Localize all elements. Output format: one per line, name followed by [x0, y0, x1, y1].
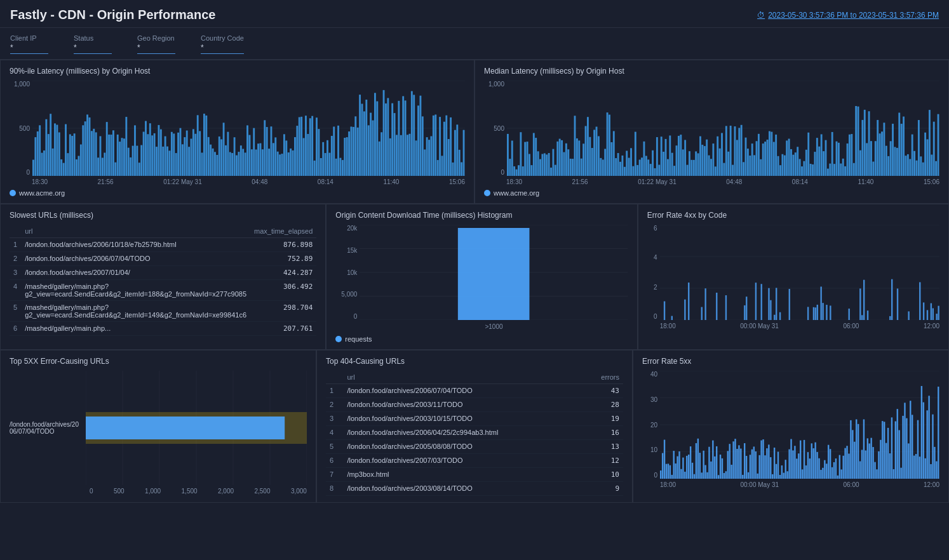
svg-rect-147 [344, 138, 346, 176]
svg-rect-254 [610, 142, 612, 176]
svg-rect-396 [918, 120, 920, 176]
svg-rect-255 [613, 131, 615, 176]
svg-rect-597 [893, 469, 894, 479]
svg-rect-355 [829, 164, 831, 176]
table-row: 6 /london.food/archives/2007/03/TODO 12 [326, 454, 623, 468]
svg-rect-505 [722, 458, 723, 479]
svg-rect-22 [74, 133, 76, 176]
row-num: 1 [10, 238, 21, 252]
svg-rect-191 [439, 117, 441, 176]
svg-rect-27 [84, 121, 86, 176]
svg-rect-288 [684, 140, 686, 176]
svg-rect-276 [658, 165, 660, 176]
svg-rect-434 [807, 307, 809, 320]
svg-rect-575 [852, 430, 853, 479]
svg-rect-324 [762, 143, 764, 176]
svg-rect-558 [820, 470, 821, 479]
svg-rect-533 [774, 448, 775, 479]
svg-rect-338 [792, 155, 794, 176]
filter-client-ip[interactable]: Client IP * [10, 34, 48, 54]
svg-rect-335 [786, 140, 788, 176]
clock-icon: ⏱ [757, 11, 765, 20]
svg-rect-528 [764, 455, 765, 479]
svg-rect-314 [741, 125, 743, 176]
svg-rect-71 [180, 128, 182, 176]
svg-rect-99 [240, 145, 242, 176]
svg-rect-201 [461, 163, 462, 176]
svg-rect-200 [459, 150, 461, 176]
panel-top-5xx: Top 5XX Error-Causing URLs /london.food/… [0, 350, 316, 503]
row-url: /london.food/archives/2003/08/14/TODO [343, 482, 584, 496]
svg-rect-402 [931, 155, 932, 176]
svg-rect-345 [807, 133, 809, 176]
svg-rect-132 [311, 116, 313, 176]
svg-rect-372 [866, 143, 868, 176]
svg-rect-271 [647, 159, 649, 176]
svg-rect-102 [246, 125, 248, 176]
svg-rect-263 [630, 148, 632, 176]
time-range[interactable]: ⏱ 2023-05-30 3:57:36 PM to 2023-05-31 3:… [757, 11, 939, 20]
y-min-med: 0 [484, 169, 504, 176]
svg-rect-616 [928, 396, 929, 479]
svg-rect-195 [448, 139, 450, 176]
svg-rect-383 [890, 141, 892, 176]
svg-rect-554 [813, 448, 814, 479]
svg-rect-424 [744, 305, 745, 320]
svg-rect-4 [34, 137, 36, 176]
y-mid-med: 500 [484, 125, 504, 132]
svg-rect-418 [684, 300, 685, 320]
svg-rect-475 [666, 464, 667, 479]
svg-rect-173 [400, 135, 402, 176]
svg-rect-57 [149, 123, 151, 176]
svg-rect-25 [80, 144, 82, 176]
col-404-url: url [343, 371, 584, 384]
svg-rect-373 [868, 111, 870, 176]
svg-rect-592 [884, 422, 885, 479]
svg-rect-223 [544, 153, 546, 176]
svg-rect-63 [162, 147, 164, 176]
filter-country-code[interactable]: Country Code * [201, 34, 244, 54]
svg-rect-367 [855, 106, 857, 176]
svg-rect-327 [769, 131, 771, 176]
svg-rect-50 [134, 125, 136, 176]
svg-rect-217 [530, 165, 532, 176]
top-5xx-title: Top 5XX Error-Causing URLs [10, 357, 307, 366]
svg-rect-496 [704, 465, 706, 479]
row-value: 876.898 [250, 238, 316, 252]
filter-status[interactable]: Status * [74, 34, 112, 54]
svg-rect-105 [253, 128, 255, 176]
svg-rect-120 [285, 140, 287, 176]
svg-rect-149 [348, 131, 350, 176]
row-num: 4 [326, 426, 343, 440]
panel-download-histogram: Origin Content Download Time (millisecs)… [326, 204, 637, 350]
svg-rect-346 [810, 164, 812, 176]
svg-rect-181 [417, 105, 419, 176]
svg-rect-14 [56, 125, 58, 176]
svg-rect-38 [108, 135, 110, 176]
svg-rect-110 [264, 120, 266, 176]
svg-rect-522 [753, 446, 755, 479]
svg-rect-515 [740, 449, 741, 479]
svg-rect-532 [772, 474, 773, 479]
filter-geo-region[interactable]: Geo Region * [137, 34, 175, 54]
svg-rect-39 [111, 135, 112, 176]
svg-rect-179 [413, 95, 415, 176]
svg-rect-128 [303, 138, 305, 176]
svg-rect-499 [710, 462, 711, 479]
svg-rect-361 [842, 159, 844, 176]
svg-rect-226 [550, 168, 552, 176]
svg-rect-391 [907, 154, 909, 176]
top-5xx-bar-label: /london.food/archives/2006/07/04/TODO [10, 421, 82, 435]
svg-rect-68 [173, 133, 175, 176]
svg-rect-360 [840, 164, 842, 176]
svg-rect-26 [82, 125, 84, 176]
svg-rect-323 [760, 159, 762, 176]
svg-rect-124 [294, 137, 296, 176]
svg-rect-104 [251, 149, 253, 176]
svg-rect-416 [664, 302, 665, 320]
svg-rect-46 [125, 117, 127, 176]
svg-rect-45 [123, 138, 125, 176]
svg-rect-386 [896, 148, 898, 176]
error-4xx-chart [660, 225, 939, 320]
svg-rect-580 [861, 450, 863, 479]
